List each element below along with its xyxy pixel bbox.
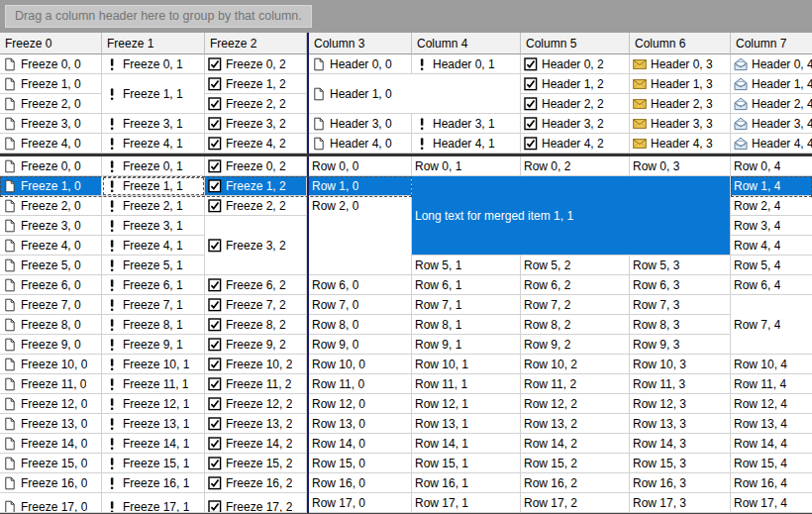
fixed-row-cell[interactable]: Freeze 3, 0 (0, 114, 102, 134)
grid-cell[interactable]: Freeze 5, 0 (0, 256, 102, 275)
grid-cell[interactable]: Row 11, 4 (731, 374, 812, 394)
grid-cell[interactable]: Long text for merged item 1, 1 (412, 176, 731, 256)
grid-cell[interactable]: Row 7, 3 (630, 295, 731, 315)
grid-cell[interactable]: Row 14, 2 (521, 434, 630, 454)
grid-cell[interactable]: Row 15, 2 (521, 454, 630, 473)
grid-cell[interactable]: Row 2, 0 (309, 196, 412, 275)
fixed-row-cell[interactable]: Header 3, 1 (412, 114, 521, 134)
grid-cell[interactable]: Row 16, 2 (521, 473, 630, 493)
fixed-row-cell[interactable]: Freeze 0, 1 (102, 54, 205, 74)
fixed-row-cell[interactable]: Header 3, 0 (309, 114, 412, 134)
fixed-row-cell[interactable]: Header 4, 1 (412, 134, 521, 154)
fixed-row-cell[interactable]: Header 2, 3 (630, 94, 731, 114)
grid-cell[interactable]: Row 13, 4 (731, 414, 812, 434)
grid-cell[interactable]: Freeze 11, 1 (102, 374, 205, 394)
fixed-row-cell[interactable]: Freeze 1, 1 (102, 74, 205, 114)
grid-cell[interactable]: Freeze 17, 2 (205, 493, 307, 513)
fixed-row-cell[interactable]: Header 1, 2 (521, 74, 630, 94)
grid-cell[interactable]: Freeze 17, 0 (0, 493, 102, 513)
grid-cell[interactable]: Freeze 15, 2 (205, 454, 307, 473)
fixed-row-cell[interactable]: Header 4, 2 (521, 134, 630, 154)
grid-cell[interactable]: Row 17, 4 (731, 493, 812, 513)
fixed-row-cell[interactable]: Header 1, 3 (630, 74, 731, 94)
grid-cell[interactable]: Row 0, 0 (309, 156, 412, 176)
grid-cell[interactable]: Row 10, 1 (412, 355, 521, 374)
grid-cell[interactable]: Freeze 6, 1 (102, 275, 205, 295)
grid-cell[interactable]: Row 6, 1 (412, 275, 521, 295)
grid-cell[interactable]: Freeze 7, 0 (0, 295, 102, 315)
grid-cell[interactable]: Freeze 2, 1 (102, 196, 205, 216)
grid-cell[interactable]: Freeze 5, 1 (102, 256, 205, 275)
grid-cell[interactable]: Row 5, 2 (521, 256, 630, 275)
grid-cell[interactable]: Freeze 0, 0 (0, 156, 102, 176)
grid-cell[interactable]: Row 6, 4 (731, 275, 812, 295)
grid-cell[interactable]: Row 10, 3 (630, 355, 731, 374)
group-by-panel[interactable]: Drag a column header here to group by th… (0, 0, 812, 33)
grid-cell[interactable]: Freeze 0, 2 (205, 156, 307, 176)
column-header-freeze-0[interactable]: Freeze 0 (0, 33, 102, 54)
grid-cell[interactable]: Row 8, 2 (521, 315, 630, 335)
fixed-row-cell[interactable]: Header 0, 1 (412, 54, 521, 74)
grid-cell[interactable]: Row 0, 2 (521, 156, 630, 176)
fixed-row-cell[interactable]: Freeze 0, 0 (0, 54, 102, 74)
fixed-row-cell[interactable]: Header 3, 3 (630, 114, 731, 134)
grid-cell[interactable]: Freeze 14, 0 (0, 434, 102, 454)
fixed-row-cell[interactable]: Header 4, 3 (630, 134, 731, 154)
grid-cell[interactable]: Freeze 10, 2 (205, 355, 307, 374)
fixed-row-cell[interactable]: Header 0, 3 (630, 54, 731, 74)
column-header-column-4[interactable]: Column 4 (412, 33, 521, 54)
fixed-row-cell[interactable]: Freeze 4, 1 (102, 134, 205, 154)
grid-cell[interactable]: Freeze 4, 0 (0, 236, 102, 256)
grid-cell[interactable]: Row 12, 4 (731, 394, 812, 414)
grid-cell[interactable]: Row 6, 0 (309, 275, 412, 295)
fixed-row-cell[interactable]: Header 1, 4 (731, 74, 812, 94)
grid-cell[interactable]: Row 0, 4 (731, 156, 812, 176)
fixed-row-cell[interactable]: Freeze 1, 2 (205, 74, 307, 94)
grid-cell[interactable]: Row 17, 0 (309, 493, 412, 513)
fixed-row-cell[interactable]: Freeze 3, 1 (102, 114, 205, 134)
column-header-column-3[interactable]: Column 3 (309, 33, 412, 54)
fixed-row-cell[interactable]: Header 3, 4 (731, 114, 812, 134)
grid-cell[interactable]: Row 17, 3 (630, 493, 731, 513)
fixed-row-cell[interactable]: Header 2, 4 (731, 94, 812, 114)
grid-cell[interactable]: Row 9, 3 (630, 335, 731, 355)
grid-cell[interactable]: Freeze 4, 1 (102, 236, 205, 256)
grid-cell[interactable]: Freeze 1, 1 (102, 176, 205, 196)
grid-cell[interactable]: Freeze 3, 1 (102, 216, 205, 236)
grid-cell[interactable]: Freeze 9, 0 (0, 335, 102, 355)
fixed-row-cell[interactable]: Freeze 2, 0 (0, 94, 102, 114)
grid-cell[interactable]: Row 10, 0 (309, 355, 412, 374)
grid-cell[interactable]: Row 11, 3 (630, 374, 731, 394)
fixed-row-cell[interactable]: Header 1, 0 (309, 74, 521, 114)
grid-cell[interactable]: Freeze 15, 1 (102, 454, 205, 473)
fixed-row-cell[interactable]: Header 4, 0 (309, 134, 412, 154)
grid-cell[interactable]: Freeze 11, 0 (0, 374, 102, 394)
grid-cell[interactable]: Row 9, 0 (309, 335, 412, 355)
fixed-row-cell[interactable]: Header 0, 4 (731, 54, 812, 74)
grid-cell[interactable]: Row 7, 2 (521, 295, 630, 315)
grid-cell[interactable]: Row 1, 0 (309, 176, 412, 196)
grid-cell[interactable]: Row 16, 3 (630, 473, 731, 493)
grid-cell[interactable]: Row 11, 0 (309, 374, 412, 394)
grid-cell[interactable]: Row 17, 1 (412, 493, 521, 513)
fixed-row-cell[interactable]: Freeze 0, 2 (205, 54, 307, 74)
fixed-row-cell[interactable]: Header 3, 2 (521, 114, 630, 134)
grid-cell[interactable]: Freeze 10, 1 (102, 355, 205, 374)
grid-cell[interactable]: Row 14, 4 (731, 434, 812, 454)
column-header-column-7[interactable]: Column 7 (731, 33, 812, 54)
fixed-row-cell[interactable]: Freeze 3, 2 (205, 114, 307, 134)
grid-cell[interactable]: Row 15, 3 (630, 454, 731, 473)
grid-cell[interactable]: Row 6, 2 (521, 275, 630, 295)
grid-cell[interactable]: Row 11, 2 (521, 374, 630, 394)
grid-cell[interactable]: Row 15, 1 (412, 454, 521, 473)
grid-cell[interactable]: Row 0, 1 (412, 156, 521, 176)
grid-cell[interactable]: Row 10, 4 (731, 355, 812, 374)
grid-cell[interactable]: Row 12, 3 (630, 394, 731, 414)
grid-cell[interactable]: Freeze 15, 0 (0, 454, 102, 473)
grid-cell[interactable]: Freeze 12, 1 (102, 394, 205, 414)
column-header-freeze-2[interactable]: Freeze 2 (205, 33, 307, 54)
grid-cell[interactable]: Row 5, 1 (412, 256, 521, 275)
grid-cell[interactable]: Freeze 8, 1 (102, 315, 205, 335)
column-header-column-6[interactable]: Column 6 (630, 33, 731, 54)
grid-cell[interactable]: Freeze 14, 1 (102, 434, 205, 454)
